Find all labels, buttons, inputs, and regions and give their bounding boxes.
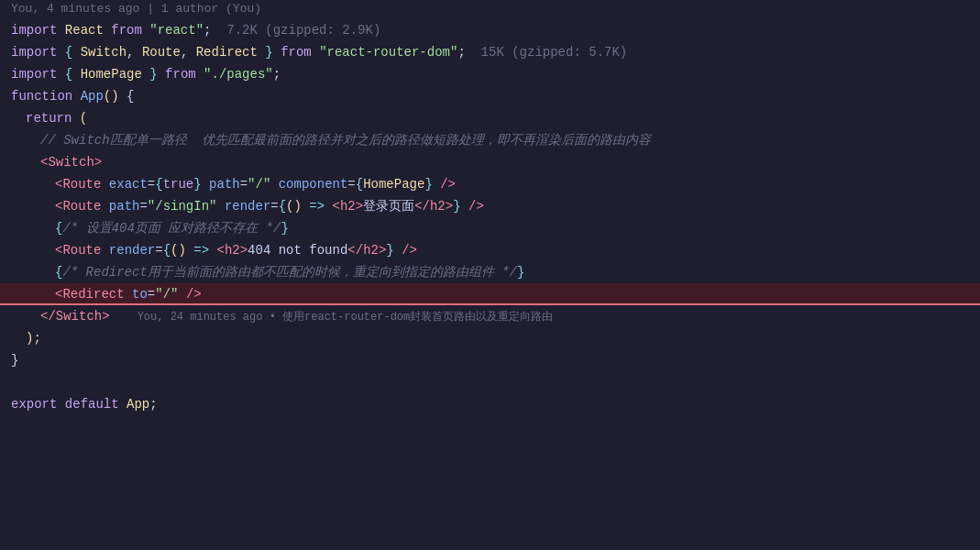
token-paren-open-return: ( (80, 111, 87, 126)
code-line-11: < Route render = { () => <h2> 404 not fo… (0, 239, 980, 261)
token-module-router: "react-router-dom" (319, 45, 457, 60)
code-line-10: { /* 设置404页面 应对路径不存在 */ } (0, 217, 980, 239)
token-default: default (65, 397, 119, 412)
token-self-close-2: /> (468, 199, 484, 214)
token-tag-lt-4: < (55, 243, 62, 258)
code-line-15: ) ; (0, 327, 980, 349)
token-homepage: HomePage (81, 67, 142, 82)
token-self-close: /> (440, 177, 456, 192)
token-route-tag-3: Route (62, 243, 101, 258)
token-tag-lt: < (40, 155, 48, 170)
code-line-16: } (0, 349, 980, 371)
token-path-val: "/" (248, 177, 270, 192)
token-paren-close-return: ) (26, 331, 33, 346)
token-arrow: => (309, 199, 325, 214)
token-self-close-3: /> (402, 243, 417, 258)
token-h2-open-2: <h2> (217, 243, 248, 258)
token-paren-arrow-2: () (171, 243, 186, 258)
git-blame-header: You, 4 minutes ago | 1 author (You) (0, 0, 980, 19)
token-brace-comp: { (356, 177, 363, 192)
token-path-attr-2: path (109, 199, 140, 214)
code-editor: You, 4 minutes ago | 1 author (You) impo… (0, 0, 980, 550)
token-h2-close: </h2> (414, 199, 453, 214)
token-brace-open: { (65, 45, 72, 60)
token-true: true (163, 177, 194, 192)
token-comment-404: /* 设置404页面 应对路径不存在 */ (62, 220, 281, 236)
token-return: return (26, 111, 72, 126)
token-app-fn: App (81, 89, 104, 104)
token-homepage-val: HomePage (363, 177, 424, 192)
token-comment-switch: // Switch匹配单一路径 优先匹配最前面的路径并对之后的路径做短路处理，即… (40, 132, 651, 148)
token-module-react: "react" (149, 23, 204, 38)
token-render-attr-2: render (109, 243, 155, 258)
token-to-attr: to (132, 287, 148, 302)
token-switch-close: </Switch> (40, 309, 110, 324)
token-self-close-4: /> (186, 287, 202, 302)
token-size-router: 15K (gzipped: 5.7K) (481, 45, 628, 60)
token-signin-path: "/singIn" (148, 199, 217, 214)
code-line-6: // Switch匹配单一路径 优先匹配最前面的路径并对之后的路径做短路处理，即… (0, 129, 980, 151)
token-import-3: import (11, 67, 57, 82)
code-line-9: < Route path = "/singIn" render = { () =… (0, 195, 980, 217)
token-export: export (11, 397, 57, 412)
code-line-13: < Redirect to = "/" /> (0, 283, 980, 305)
code-line-7: < Switch > (0, 151, 980, 173)
token-h2-open: <h2> (333, 199, 364, 214)
token-route-tag-2: Route (62, 199, 101, 214)
token-brace-comment-1: { (55, 221, 62, 236)
token-brace-render-2-close: } (386, 243, 393, 258)
token-paren-arrow: () (286, 199, 302, 214)
code-line-5: return ( (0, 107, 980, 129)
token-brace-comp-close: } (424, 177, 432, 192)
token-tag-lt-2: < (55, 177, 62, 192)
token-module-pages: "./pages" (204, 67, 273, 82)
git-blame-switch: You, 24 minutes ago • 使用react-router-dom… (138, 309, 554, 324)
token-brace-close: } (265, 45, 272, 60)
token-arrow-2: => (193, 243, 209, 258)
token-route: Route (142, 45, 181, 60)
token-to-val: "/" (155, 287, 178, 302)
token-brace-comment-1-close: } (281, 221, 288, 236)
token-brace-render-2: { (163, 243, 171, 258)
token-comment-redirect: /* Redirect用于当前面的路由都不匹配的时候，重定向到指定的路由组件 *… (62, 264, 517, 280)
token-component-attr: component (279, 177, 348, 192)
token-from-3: from (165, 67, 196, 82)
token-brace-comment-2: { (55, 265, 62, 280)
token-app-export: App (127, 397, 149, 412)
token-login-text: 登录页面 (363, 198, 414, 214)
code-line-14: </Switch> You, 24 minutes ago • 使用react-… (0, 305, 980, 327)
code-line-blank-1 (0, 371, 980, 393)
token-from-2: from (281, 45, 312, 60)
token-brace-exact-close: } (193, 177, 201, 192)
token-redirect-import: Redirect (196, 45, 258, 60)
token-tag-lt-3: < (55, 199, 62, 214)
token-render-attr: render (225, 199, 270, 214)
token-tag-gt: > (94, 155, 102, 170)
token-tag-lt-5: < (55, 287, 62, 302)
token-brace-render: { (279, 199, 286, 214)
token-react: React (65, 23, 104, 38)
token-exact-attr: exact (109, 177, 148, 192)
token-function: function (11, 89, 72, 104)
token-redirect-tag: Redirect (62, 287, 124, 302)
token-func-close: } (11, 353, 18, 368)
code-line-4: function App () { (0, 85, 980, 107)
token-brace-exact: { (155, 177, 162, 192)
code-line-3: import { HomePage } from "./pages" ; (0, 63, 980, 85)
code-line-17: export default App ; (0, 393, 980, 415)
token-brace-open-3: { (65, 67, 72, 82)
token-brace-close-3: } (149, 67, 157, 82)
token-from: from (111, 23, 142, 38)
token-import: import (11, 23, 57, 38)
token-404-text: 404 not found (248, 243, 347, 258)
token-switch-tag: Switch (48, 155, 94, 170)
token-brace-render-close: } (453, 199, 460, 214)
token-route-tag: Route (62, 177, 101, 192)
token-brace-comment-2-close: } (517, 265, 524, 280)
token-import-2: import (11, 45, 57, 60)
token-paren-open: () (104, 89, 119, 104)
code-line-1: import React from "react" ; 7.2K (gzippe… (0, 19, 980, 41)
code-line-2: import { Switch , Route , Redirect } fro… (0, 41, 980, 63)
token-size-react: 7.2K (gzipped: 2.9K) (226, 23, 380, 38)
token-switch: Switch (81, 45, 127, 60)
